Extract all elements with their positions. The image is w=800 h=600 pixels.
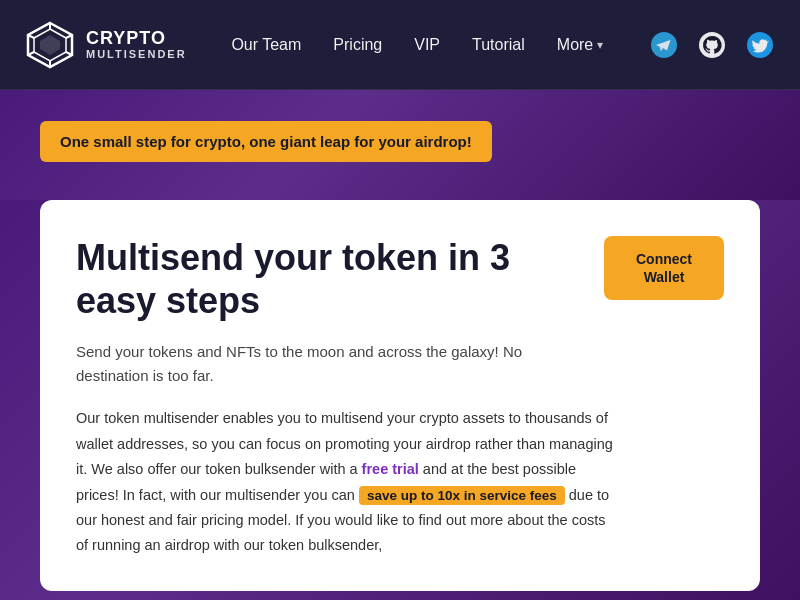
card-subtitle: Send your tokens and NFTs to the moon an… — [76, 340, 596, 388]
twitter-icon[interactable] — [744, 29, 776, 61]
telegram-icon[interactable] — [648, 29, 680, 61]
main-section: Multisend your token in 3 easy steps Con… — [0, 200, 800, 600]
navigation: CRYPTO MULTISENDER Our Team Pricing VIP … — [0, 0, 800, 90]
card-body: Our token multisender enables you to mul… — [76, 406, 616, 558]
nav-link-our-team[interactable]: Our Team — [231, 36, 301, 54]
github-icon[interactable] — [696, 29, 728, 61]
card-header: Multisend your token in 3 easy steps Con… — [76, 236, 724, 322]
main-card: Multisend your token in 3 easy steps Con… — [40, 200, 760, 591]
connect-wallet-button[interactable]: Connect Wallet — [604, 236, 724, 300]
save-highlight-badge: save up to 10x in service fees — [359, 486, 565, 505]
logo-crypto-text: CRYPTO — [86, 29, 187, 49]
chevron-down-icon: ▾ — [597, 38, 603, 52]
logo[interactable]: CRYPTO MULTISENDER — [24, 19, 187, 71]
card-title: Multisend your token in 3 easy steps — [76, 236, 576, 322]
logo-multisender-text: MULTISENDER — [86, 48, 187, 60]
free-trial-link[interactable]: free trial — [362, 461, 419, 477]
svg-marker-2 — [40, 35, 60, 55]
banner-badge: One small step for crypto, one giant lea… — [40, 121, 492, 162]
nav-link-vip[interactable]: VIP — [414, 36, 440, 54]
nav-link-pricing[interactable]: Pricing — [333, 36, 382, 54]
social-icons — [648, 29, 776, 61]
banner-section: One small step for crypto, one giant lea… — [0, 90, 800, 200]
nav-link-tutorial[interactable]: Tutorial — [472, 36, 525, 54]
nav-more-dropdown[interactable]: More ▾ — [557, 36, 603, 54]
nav-links: Our Team Pricing VIP Tutorial More ▾ — [231, 36, 603, 54]
logo-icon — [24, 19, 76, 71]
